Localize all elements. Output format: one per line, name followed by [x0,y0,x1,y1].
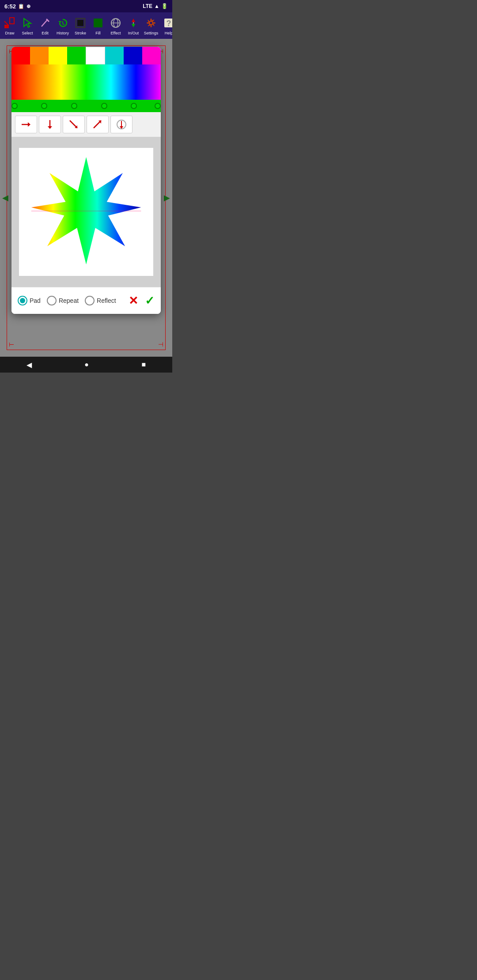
arrow-left-handle[interactable]: ◀ [2,193,8,203]
svg-text:?: ? [167,19,171,28]
stop-0[interactable] [11,103,18,109]
help-label: Help [165,31,172,35]
nav-bar: ◀ ● ■ [0,357,172,373]
preview-white-box [19,148,153,276]
toolbar-draw[interactable]: Draw [1,16,19,35]
svg-marker-5 [58,21,62,23]
fill-icon [91,16,105,30]
canvas-area: ◀ ▶ ⊢ ⊣ ⊢ ⊣ [0,39,172,357]
status-right: LTE ▲ 🔋 [143,3,168,9]
effect-label: Effect [111,31,121,35]
fill-label: Fill [95,31,101,35]
rainbow-gradient-bar[interactable] [11,64,161,100]
arrow-right-handle[interactable]: ▶ [164,193,170,203]
swatch-orange[interactable] [30,47,49,64]
stop-1[interactable] [41,103,47,109]
draw-label: Draw [5,31,14,35]
stroke-icon [73,16,87,30]
signal-icon: ▲ [154,3,159,9]
dir-radial-button[interactable] [110,116,132,133]
stop-2[interactable] [71,103,77,109]
nav-back-button[interactable]: ◀ [26,361,32,369]
effect-icon [109,16,123,30]
bottom-options: Pad Repeat Reflect ✕ ✓ [11,287,161,314]
status-left: 6:52 📋 ⊕ [4,3,30,10]
star-preview [19,148,153,276]
toolbar-settings[interactable]: Settings [142,16,160,35]
repeat-option[interactable]: Repeat [47,296,79,305]
gradient-dialog: Pad Repeat Reflect ✕ ✓ [11,47,161,314]
corner-bl-handle[interactable]: ⊢ [9,341,14,348]
preview-area [11,137,161,287]
reflect-option[interactable]: Reflect [85,296,116,305]
status-bar: 6:52 📋 ⊕ LTE ▲ 🔋 [0,0,172,12]
svg-rect-1 [10,18,14,24]
reflect-radio[interactable] [85,296,95,305]
pad-radio-inner [20,298,25,303]
battery-icon: 🔋 [161,3,168,9]
confirm-button[interactable]: ✓ [144,293,155,309]
direction-buttons [11,112,161,137]
inout-icon [126,16,140,30]
svg-marker-14 [132,19,135,22]
stroke-label: Stroke [75,31,86,35]
repeat-label: Repeat [59,297,79,304]
stop-4[interactable] [131,103,137,109]
nav-home-button[interactable]: ● [84,361,89,369]
draw-icon [3,16,17,30]
svg-line-3 [42,19,48,26]
swatch-yellow[interactable] [49,47,67,64]
help-icon: ? [162,16,172,30]
pad-label: Pad [30,297,41,304]
pad-radio[interactable] [18,296,27,305]
edit-icon [38,16,52,30]
edit-label: Edit [42,31,49,35]
repeat-radio[interactable] [47,296,57,305]
svg-marker-22 [28,122,30,127]
swatch-cyan[interactable] [105,47,124,64]
toolbar-fill[interactable]: Fill [89,16,107,35]
sim-icon: 📋 [18,4,24,9]
select-label: Select [22,31,33,35]
svg-rect-10 [94,19,102,27]
rec-icon: ⊕ [26,4,30,9]
svg-rect-9 [77,20,83,26]
toolbar-stroke[interactable]: Stroke [72,16,89,35]
swatch-green[interactable] [67,47,86,64]
toolbar-help[interactable]: ? Help [160,16,172,35]
dir-diagonal-down-button[interactable] [63,116,85,133]
dir-diagonal-up-button[interactable] [87,116,109,133]
svg-line-7 [63,24,64,25]
color-swatches-row [11,47,161,64]
pad-option[interactable]: Pad [18,296,41,305]
lte-label: LTE [143,3,152,9]
toolbar: Draw Select Edit History [0,12,172,39]
inout-label: In/Out [128,31,139,35]
reflect-label: Reflect [97,297,116,304]
toolbar-history[interactable]: History [54,16,72,35]
stop-5[interactable] [155,103,161,109]
settings-label: Settings [144,31,159,35]
toolbar-edit[interactable]: Edit [36,16,54,35]
settings-icon [144,16,158,30]
dir-right-button[interactable] [15,116,37,133]
swatch-white[interactable] [86,47,105,64]
corner-br-handle[interactable]: ⊣ [158,341,163,348]
svg-marker-15 [132,24,135,27]
svg-point-18 [149,21,153,25]
nav-recents-button[interactable]: ■ [142,361,146,369]
stop-3[interactable] [101,103,107,109]
history-icon [56,16,70,30]
dir-down-button[interactable] [39,116,61,133]
toolbar-select[interactable]: Select [19,16,36,35]
cancel-button[interactable]: ✕ [129,293,139,309]
swatch-pink[interactable] [142,47,161,64]
toolbar-effect[interactable]: Effect [107,16,125,35]
swatch-blue[interactable] [124,47,142,64]
time: 6:52 [4,3,16,10]
toolbar-inout[interactable]: In/Out [125,16,142,35]
swatch-red[interactable] [11,47,30,64]
gradient-stops-bar[interactable] [11,100,161,112]
history-label: History [57,31,69,35]
select-icon [20,16,34,30]
